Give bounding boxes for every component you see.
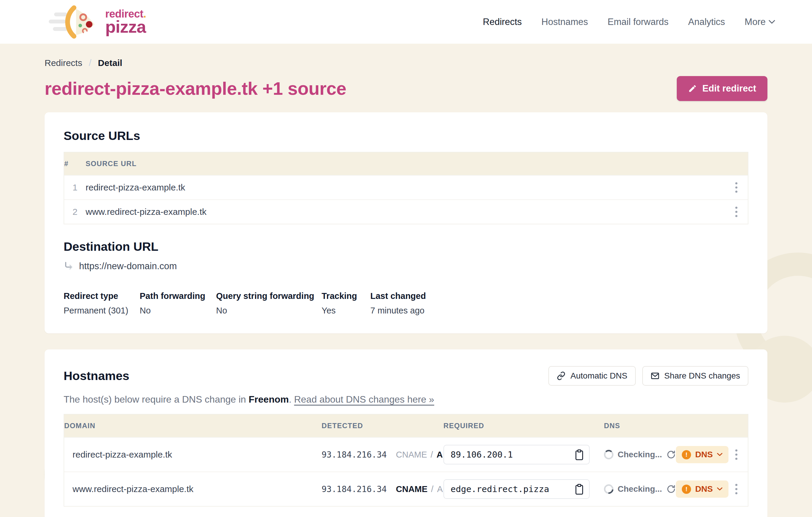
meta-label: Tracking — [322, 291, 370, 301]
source-urls-table: # Source URL 1 redirect-pizza-example.tk… — [64, 152, 748, 224]
dns-check-status: Checking... — [604, 450, 676, 460]
destination-url-line: https://new-domain.com — [64, 261, 748, 272]
copy-to-clipboard-button[interactable] — [574, 483, 585, 496]
share-dns-changes-button[interactable]: Share DNS changes — [642, 366, 748, 386]
kebab-menu-icon — [735, 449, 738, 460]
brand-logo[interactable]: redirect. pizza — [45, 5, 146, 39]
page-title: redirect-pizza-example.tk +1 source — [45, 78, 346, 99]
record-type: CNAME / A — [396, 450, 443, 460]
record-type-cname: CNAME — [396, 484, 427, 494]
nav-item-hostnames[interactable]: Hostnames — [542, 17, 588, 27]
clipboard-icon — [574, 449, 584, 460]
breadcrumb-redirects[interactable]: Redirects — [45, 58, 82, 68]
meta-value: 7 minutes ago — [370, 306, 426, 315]
refresh-check-button[interactable] — [666, 450, 676, 460]
source-row-url: www.redirect-pizza-example.tk — [86, 207, 721, 217]
meta-label: Path forwarding — [140, 291, 216, 301]
breadcrumb: Redirects / Detail — [45, 57, 767, 68]
meta-tracking: Tracking Yes — [322, 291, 370, 315]
record-type: CNAME / A — [396, 484, 443, 494]
automatic-dns-button[interactable]: Automatic DNS — [548, 366, 635, 386]
status-text: Checking... — [618, 450, 662, 459]
hostname-domain: redirect-pizza-example.tk — [64, 450, 322, 460]
nav-item-more-label: More — [745, 17, 766, 27]
automatic-dns-label: Automatic DNS — [570, 371, 627, 381]
table-row: 2 www.redirect-pizza-example.tk — [64, 200, 748, 224]
meta-label: Last changed — [370, 291, 426, 301]
loading-spinner-icon — [604, 450, 613, 459]
table-row: www.redirect-pizza-example.tk 93.184.216… — [64, 472, 748, 506]
required-dns-value-input[interactable] — [443, 445, 590, 464]
destination-url-value: https://new-domain.com — [79, 261, 177, 272]
brand-name-bottom: pizza — [105, 18, 146, 35]
hostnames-table: Domain Detected Required DNS redirect-pi… — [64, 414, 748, 507]
source-urls-table-header: # Source URL — [64, 152, 748, 175]
source-urls-heading: Source URLs — [64, 129, 748, 143]
source-row-number: 1 — [64, 182, 86, 192]
edit-redirect-label: Edit redirect — [702, 83, 756, 94]
meta-query-string-forwarding: Query string forwarding No — [216, 291, 322, 315]
dns-badge-label: DNS — [695, 450, 713, 459]
nav-item-analytics[interactable]: Analytics — [688, 17, 725, 27]
dns-check-status: Checking... — [604, 484, 676, 494]
record-type-separator: / — [431, 484, 433, 494]
nav-item-more[interactable]: More — [745, 17, 775, 27]
subtitle-prefix: The host(s) below require a DNS change i… — [64, 394, 249, 405]
top-header: redirect. pizza Redirects Hostnames Emai… — [0, 0, 812, 44]
kebab-menu-icon — [735, 483, 738, 495]
column-header-num: # — [64, 152, 86, 175]
meta-last-changed: Last changed 7 minutes ago — [370, 291, 426, 315]
row-menu-button[interactable] — [733, 482, 740, 496]
main-nav: Redirects Hostnames Email forwards Analy… — [483, 17, 775, 27]
meta-label: Redirect type — [64, 291, 140, 301]
breadcrumb-separator: / — [89, 57, 91, 68]
refresh-check-button[interactable] — [666, 484, 676, 494]
edit-redirect-button[interactable]: Edit redirect — [677, 76, 767, 101]
record-type-cname: CNAME — [396, 450, 427, 460]
kebab-menu-icon — [735, 206, 738, 217]
record-type-a: A — [437, 450, 443, 460]
meta-redirect-type: Redirect type Permanent (301) — [64, 291, 140, 315]
nav-item-email-forwards[interactable]: Email forwards — [608, 17, 668, 27]
dns-status-dropdown[interactable]: ! DNS — [676, 481, 728, 498]
source-row-url: redirect-pizza-example.tk — [86, 182, 721, 192]
title-row: redirect-pizza-example.tk +1 source Edit… — [45, 76, 767, 101]
dns-badge-label: DNS — [695, 484, 713, 494]
hostname-domain: www.redirect-pizza-example.tk — [64, 484, 322, 494]
corner-arrow-icon — [64, 261, 74, 271]
refresh-icon — [667, 450, 675, 459]
meta-value: No — [140, 306, 216, 315]
warning-icon: ! — [682, 485, 691, 494]
source-row-number: 2 — [64, 207, 86, 217]
status-text: Checking... — [618, 484, 662, 494]
chevron-down-icon — [768, 20, 775, 24]
main-content: Redirects / Detail redirect-pizza-exampl… — [0, 57, 812, 517]
column-header-domain: Domain — [64, 415, 322, 437]
kebab-menu-icon — [735, 182, 738, 193]
redirect-detail-card: Source URLs # Source URL 1 redirect-pizz… — [45, 112, 767, 333]
table-row: redirect-pizza-example.tk 93.184.216.34 … — [64, 437, 748, 472]
row-menu-button[interactable] — [733, 180, 740, 195]
brand-wordmark: redirect. pizza — [105, 9, 146, 35]
column-header-dns: DNS — [604, 415, 676, 437]
dns-status-dropdown[interactable]: ! DNS — [676, 446, 728, 463]
meta-value: Yes — [322, 306, 370, 315]
pencil-icon — [688, 84, 697, 93]
meta-value: No — [216, 306, 322, 315]
hostnames-table-header: Domain Detected Required DNS — [64, 415, 748, 437]
hostnames-subtitle: The host(s) below require a DNS change i… — [64, 394, 748, 405]
record-type-separator: / — [431, 450, 433, 460]
dns-changes-link[interactable]: Read about DNS changes here » — [294, 394, 434, 405]
nav-item-redirects[interactable]: Redirects — [483, 17, 522, 27]
required-dns-value-input[interactable] — [443, 479, 590, 499]
copy-to-clipboard-button[interactable] — [574, 449, 585, 461]
row-menu-button[interactable] — [733, 447, 740, 462]
table-row: 1 redirect-pizza-example.tk — [64, 175, 748, 200]
column-header-required: Required — [443, 415, 590, 437]
row-menu-button[interactable] — [733, 205, 740, 219]
pizza-logo-icon — [45, 5, 102, 39]
meta-path-forwarding: Path forwarding No — [140, 291, 216, 315]
subtitle-provider: Freenom — [249, 394, 289, 405]
warning-icon: ! — [682, 450, 691, 459]
column-header-source-url: Source URL — [86, 152, 721, 175]
